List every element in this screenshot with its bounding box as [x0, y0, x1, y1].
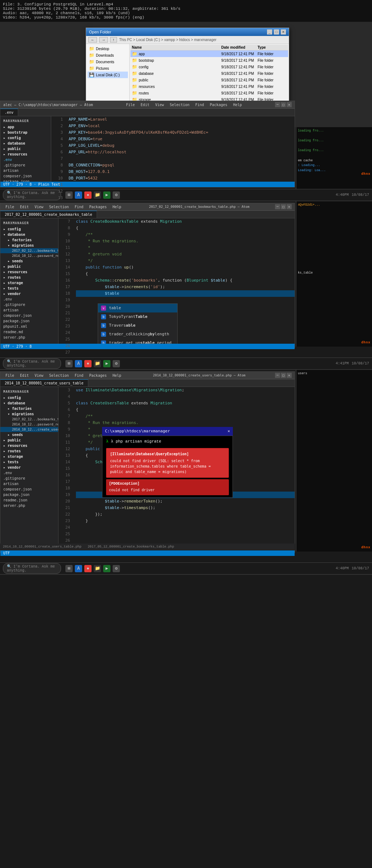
- bottom-tab-1[interactable]: 2014_10_12_000001_create_users_table.php: [3, 545, 81, 549]
- list-item[interactable]: artisan: [0, 481, 58, 487]
- list-item[interactable]: ▸ public: [0, 437, 58, 443]
- list-item[interactable]: ▸ factories: [0, 406, 58, 411]
- list-item[interactable]: .gitignore: [0, 162, 51, 168]
- menu-help[interactable]: Help: [110, 373, 124, 378]
- sidebar-local-disk[interactable]: 💾Local Disk (C:): [88, 72, 128, 78]
- taskbar-chrome-icon[interactable]: ●: [84, 360, 92, 367]
- sidebar-documents[interactable]: 📁Documents: [88, 58, 128, 65]
- menu-packages[interactable]: Packages: [208, 102, 230, 107]
- minimize-btn[interactable]: _: [267, 29, 272, 35]
- list-item[interactable]: 2014_10_12...password_resets_table: [0, 253, 58, 258]
- list-item[interactable]: ▾ database: [0, 400, 58, 406]
- menu-selection[interactable]: Selection: [47, 205, 71, 209]
- menu-edit[interactable]: Edit: [18, 205, 31, 209]
- menu-selection[interactable]: Selection: [167, 102, 191, 107]
- taskbar-chrome-icon[interactable]: ●: [84, 565, 92, 572]
- taskbar-icon3[interactable]: ⚙: [113, 565, 120, 572]
- tab-bookmarks-migration[interactable]: 2017_02_12_000001_create_bookmarks_table: [0, 211, 97, 218]
- taskbar-icon2[interactable]: ▶: [103, 565, 110, 572]
- menu-find[interactable]: Find: [72, 373, 85, 378]
- win-close[interactable]: ✕: [287, 373, 292, 378]
- table-row[interactable]: 📁config9/18/2017 12:41 PMFile folder: [130, 64, 288, 70]
- nav-back-btn[interactable]: ←: [88, 37, 97, 43]
- taskbar-icon[interactable]: ⊞: [65, 191, 73, 199]
- menu-file[interactable]: File: [124, 102, 137, 107]
- list-item[interactable]: ▸ seeds: [0, 258, 58, 264]
- list-item-users-migration[interactable]: 2014_10_12...create_users_table.php: [0, 427, 58, 432]
- taskbar-icon[interactable]: ⊞: [65, 565, 73, 572]
- table-row[interactable]: 📁public9/18/2017 12:41 PMFile folder: [130, 77, 288, 83]
- tab-users-migration[interactable]: 2014_10_12_000001_create_users_table: [0, 379, 88, 387]
- list-item[interactable]: ▸ public: [0, 146, 51, 152]
- table-row[interactable]: 📁database9/18/2017 12:41 PMFile folder: [130, 70, 288, 77]
- taskbar-atom-icon[interactable]: A: [75, 565, 82, 572]
- win-maximize-btn[interactable]: □: [281, 102, 286, 107]
- menu-find[interactable]: Find: [72, 205, 85, 209]
- maximize-btn[interactable]: □: [274, 29, 279, 35]
- list-item[interactable]: ▸ vendor: [0, 291, 58, 296]
- autocomplete-item-trader-cdl[interactable]: b trader_cdlkickingbylength: [98, 330, 177, 339]
- taskbar-icon3[interactable]: ⚙: [113, 191, 120, 199]
- cmd-close[interactable]: ✕: [227, 429, 230, 433]
- list-item[interactable]: ▸ config: [0, 395, 58, 400]
- list-item[interactable]: ▸ resources: [0, 152, 51, 157]
- taskbar-icon3[interactable]: ⚙: [113, 360, 120, 367]
- taskbar-explorer-icon[interactable]: 📁: [94, 191, 101, 199]
- list-item[interactable]: ▸ bootstrap: [0, 130, 51, 135]
- list-item[interactable]: ▸ factories: [0, 237, 58, 243]
- close-btn[interactable]: ✕: [281, 29, 286, 35]
- list-item[interactable]: 2014_10_12...password_resets_table.php: [0, 422, 58, 427]
- menu-find[interactable]: Find: [193, 102, 206, 107]
- list-item[interactable]: server.php: [0, 335, 58, 340]
- win-max[interactable]: □: [281, 373, 286, 378]
- autocomplete-item-traversable[interactable]: b Traversable: [98, 321, 177, 330]
- taskbar-icon2[interactable]: ▶: [103, 360, 110, 367]
- autocomplete-item-table[interactable]: v table: [98, 304, 177, 312]
- list-item[interactable]: artisan: [0, 168, 51, 173]
- list-item[interactable]: ▸ config: [0, 135, 51, 141]
- sidebar-pictures[interactable]: 📁Pictures: [88, 65, 128, 72]
- list-item[interactable]: package.json: [0, 179, 51, 182]
- list-item[interactable]: ▸ routes: [0, 275, 58, 280]
- tab-env[interactable]: .env: [0, 109, 18, 116]
- list-item[interactable]: package.json: [0, 492, 58, 497]
- menu-packages[interactable]: Packages: [87, 373, 109, 378]
- sidebar-downloads[interactable]: 📁Downloads: [88, 52, 128, 58]
- list-item[interactable]: ▸ storage: [0, 280, 58, 286]
- list-item[interactable]: 2017_02_12...bookmarks_table.php: [0, 417, 58, 422]
- list-item[interactable]: ▸ tests: [0, 286, 58, 291]
- win-minimize-btn[interactable]: ─: [275, 102, 280, 107]
- menu-edit[interactable]: Edit: [18, 373, 31, 378]
- taskbar-explorer-icon[interactable]: 📁: [94, 565, 101, 572]
- win-max[interactable]: □: [281, 204, 286, 209]
- bottom-tab-2[interactable]: 2017_05_12_000001_create_bookmarks_table…: [88, 545, 174, 549]
- list-item[interactable]: .env: [0, 470, 58, 476]
- list-item[interactable]: ▾ migrations: [0, 411, 58, 417]
- taskbar-atom-icon[interactable]: A: [75, 360, 82, 367]
- menu-help[interactable]: Help: [231, 102, 244, 107]
- table-row[interactable]: 📁bootstrap9/18/2017 12:41 PMFile folder: [130, 57, 288, 64]
- menu-help[interactable]: Help: [110, 205, 124, 209]
- list-item[interactable]: ▸ app: [0, 124, 51, 130]
- list-item[interactable]: ▸ resources: [0, 443, 58, 448]
- autocomplete-item-tokyotyrant[interactable]: b TokyoTyrantTable: [98, 312, 177, 321]
- list-item[interactable]: artisan: [0, 307, 58, 313]
- list-item[interactable]: .gitignore: [0, 302, 58, 307]
- list-item[interactable]: phpunit.xml: [0, 324, 58, 329]
- win-min[interactable]: ─: [275, 373, 280, 378]
- list-item-bookmarks-migration[interactable]: 2017_02_12...bookmarks_table.php: [0, 248, 58, 253]
- taskbar-atom-icon[interactable]: A: [75, 191, 82, 199]
- autocomplete-item-trader-get[interactable]: b trader_get_unstable_period: [98, 339, 177, 344]
- list-item[interactable]: ▸ routes: [0, 448, 58, 454]
- list-item[interactable]: ▸ public: [0, 264, 58, 269]
- list-item[interactable]: .gitignore: [0, 476, 58, 481]
- list-item[interactable]: composer.json: [0, 313, 58, 318]
- list-item[interactable]: ▸ seeds: [0, 432, 58, 437]
- list-item[interactable]: ▸ storage: [0, 454, 58, 459]
- table-row[interactable]: 📁resources9/18/2017 12:41 PMFile folder: [130, 83, 288, 90]
- taskbar-icon[interactable]: ⊞: [65, 360, 73, 367]
- sidebar-desktop[interactable]: 📁Desktop: [88, 45, 128, 52]
- nav-forward-btn[interactable]: →: [99, 37, 108, 43]
- list-item[interactable]: readme.json: [0, 497, 58, 503]
- menu-view[interactable]: View: [32, 205, 45, 209]
